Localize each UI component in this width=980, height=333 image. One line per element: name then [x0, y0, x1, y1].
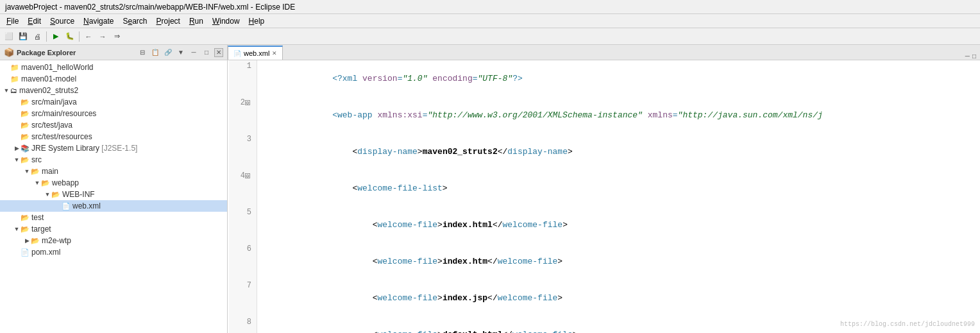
editor-tabs: 📄 web.xml ✕ ─ □ — [228, 45, 980, 60]
label-jre: JRE System Library [J2SE-1.5] — [31, 144, 137, 153]
panel-close[interactable]: ✕ — [214, 48, 223, 57]
toggle-pomxml — [13, 248, 21, 256]
tree-item-src-test-java[interactable]: 📂 src/test/java — [0, 119, 227, 131]
label-main: main — [42, 167, 58, 176]
tab-webxml[interactable]: 📄 web.xml ✕ — [228, 46, 283, 60]
toolbar-debug[interactable]: 🐛 — [63, 30, 76, 43]
line-num-7: 7 — [229, 280, 257, 316]
menu-search[interactable]: Search — [119, 15, 151, 27]
panel-btn-2[interactable]: 📋 — [150, 47, 160, 58]
tree-item-main[interactable]: ▼ 📂 main — [0, 166, 227, 177]
tab-file-icon: 📄 — [233, 50, 241, 57]
project-icon: 🗂 — [10, 87, 17, 94]
toggle-src-main-java[interactable] — [13, 98, 21, 106]
src-icon: 📂 — [21, 121, 30, 130]
menu-project[interactable]: Project — [153, 15, 184, 27]
tree-item-jre[interactable]: ▶ 📚 JRE System Library [J2SE-1.5] — [0, 142, 227, 154]
menu-help[interactable]: Help — [245, 15, 269, 27]
menu-edit[interactable]: Edit — [24, 15, 45, 27]
toggle-maven01-helloworld[interactable] — [3, 64, 10, 71]
menu-window[interactable]: Window — [208, 15, 244, 27]
editor-min[interactable]: ─ — [964, 53, 971, 60]
toolbar-back[interactable]: ← — [82, 30, 95, 43]
menu-navigate[interactable]: Navigate — [80, 15, 117, 27]
code-line-4: 4⊖ <welcome-file-list> — [229, 170, 979, 207]
tree-item-src[interactable]: ▼ 📂 src — [0, 154, 227, 166]
tree-item-m2e-wtp[interactable]: ▶ 📂 m2e-wtp — [0, 235, 227, 246]
code-line-3: 3 <display-name>maven02_struts2</display… — [229, 133, 979, 170]
title-bar: javawebProject - maven02_struts2/src/mai… — [0, 0, 980, 14]
tab-close[interactable]: ✕ — [272, 50, 277, 56]
menu-source[interactable]: Source — [46, 15, 78, 27]
tree-item-webxml[interactable]: 📄 web.xml — [0, 200, 227, 212]
tree-item-src-test-resources[interactable]: 📂 src/test/resources — [0, 131, 227, 142]
toggle-webinf[interactable]: ▼ — [44, 191, 51, 198]
code-content-6[interactable]: <welcome-file>index.htm</welcome-file> — [257, 243, 979, 280]
menu-file[interactable]: File — [3, 15, 22, 27]
label-src: src — [31, 155, 42, 164]
toggle-main[interactable]: ▼ — [23, 167, 31, 175]
code-editor[interactable]: 1 <?xml version="1.0" encoding="UTF-8"?>… — [228, 60, 980, 333]
tree-item-webapp[interactable]: ▼ 📂 webapp — [0, 177, 227, 189]
tree-item-target[interactable]: ▼ 📂 target — [0, 223, 227, 235]
toggle-target[interactable]: ▼ — [13, 225, 21, 233]
code-line-6: 6 <welcome-file>index.htm</welcome-file> — [229, 243, 979, 280]
tree-item-src-main-java[interactable]: 📂 src/main/java — [0, 96, 227, 108]
folder-icon: 📂 — [31, 167, 40, 176]
editor-max[interactable]: □ — [971, 53, 977, 60]
menu-run[interactable]: Run — [185, 15, 207, 27]
package-explorer-header: 📦 Package Explorer ⊟ 📋 🔗 ▼ ─ □ ✕ — [0, 45, 227, 60]
panel-btn-1[interactable]: ⊟ — [137, 47, 148, 58]
code-content-3[interactable]: <display-name>maven02_struts2</display-n… — [257, 133, 979, 170]
code-content-4[interactable]: <welcome-file-list> — [257, 170, 979, 207]
toolbar-next[interactable]: ⇒ — [110, 30, 123, 43]
tree-item-maven01-helloworld[interactable]: 📁 maven01_helloWorld — [0, 62, 227, 73]
tree-item-maven01-model[interactable]: 📁 maven01-model — [0, 73, 227, 85]
fold-2[interactable]: ⊖ — [245, 100, 250, 105]
code-content-8[interactable]: <welcome-file>default.html</welcome-file… — [257, 316, 979, 333]
code-content-2[interactable]: <web-app xmlns:xsi="http://www.w3.org/20… — [257, 97, 979, 133]
toggle-maven02-struts2[interactable]: ▼ — [3, 87, 10, 94]
panel-btn-4[interactable]: ▼ — [176, 47, 186, 58]
toggle-maven01-model[interactable] — [3, 75, 10, 83]
panel-btn-3[interactable]: 🔗 — [163, 47, 173, 58]
toggle-src-main-resources[interactable] — [13, 110, 21, 117]
tree-item-webinf[interactable]: ▼ 📂 WEB-INF — [0, 189, 227, 200]
toggle-jre[interactable]: ▶ — [13, 144, 21, 152]
toolbar: ⬜ 💾 🖨 ▶ 🐛 ← → ⇒ — [0, 28, 980, 45]
toolbar-save[interactable]: 💾 — [17, 30, 30, 43]
label-test: test — [31, 213, 44, 222]
toggle-src[interactable]: ▼ — [13, 156, 21, 164]
toggle-src-test-java[interactable] — [13, 121, 21, 129]
label-src-main-java: src/main/java — [31, 98, 77, 107]
toggle-test[interactable] — [13, 214, 21, 221]
code-line-5: 5 <welcome-file>index.html</welcome-file… — [229, 207, 979, 243]
code-content-7[interactable]: <welcome-file>index.jsp</welcome-file> — [257, 280, 979, 316]
src-icon: 📂 — [21, 98, 30, 107]
toolbar-new[interactable]: ⬜ — [3, 30, 15, 43]
tree-item-test[interactable]: 📂 test — [0, 212, 227, 223]
tab-label: web.xml — [244, 49, 269, 57]
tree-item-maven02-struts2[interactable]: ▼ 🗂 maven02_struts2 — [0, 85, 227, 96]
toggle-webapp[interactable]: ▼ — [33, 179, 41, 187]
code-content-5[interactable]: <welcome-file>index.html</welcome-file> — [257, 207, 979, 243]
toolbar-run[interactable]: ▶ — [49, 30, 62, 43]
label-m2e-wtp: m2e-wtp — [42, 236, 71, 245]
editor-controls: ─ □ — [964, 53, 980, 60]
label-src-test-java: src/test/java — [31, 121, 72, 130]
folder-icon: 📂 — [41, 179, 50, 187]
window-title: javawebProject - maven02_struts2/src/mai… — [5, 3, 295, 12]
folder-icon: 📂 — [31, 237, 40, 245]
toolbar-print[interactable]: 🖨 — [31, 30, 44, 43]
toggle-m2e-wtp[interactable]: ▶ — [23, 237, 31, 244]
toggle-src-test-resources[interactable] — [13, 133, 21, 141]
code-table: 1 <?xml version="1.0" encoding="UTF-8"?>… — [228, 60, 980, 333]
label-maven01-helloworld: maven01_helloWorld — [21, 63, 94, 72]
tree-item-src-main-resources[interactable]: 📂 src/main/resources — [0, 108, 227, 119]
panel-min[interactable]: ─ — [189, 47, 199, 58]
toolbar-forward[interactable]: → — [96, 30, 109, 43]
code-content-1[interactable]: <?xml version="1.0" encoding="UTF-8"?> — [257, 60, 979, 97]
tree-item-pomxml[interactable]: 📄 pom.xml — [0, 246, 227, 258]
fold-4[interactable]: ⊖ — [245, 173, 250, 178]
panel-max[interactable]: □ — [201, 47, 212, 58]
